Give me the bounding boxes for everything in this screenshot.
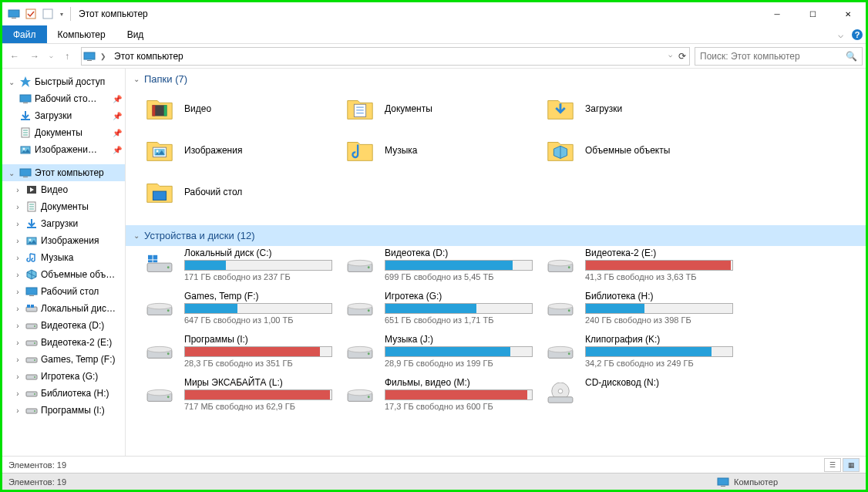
up-button[interactable]: ↑: [58, 47, 76, 66]
desktop-icon: [143, 175, 177, 209]
drive-free-text: 171 ГБ свободно из 237 ГБ: [184, 272, 332, 281]
navigation-tree[interactable]: ⌄ Быстрый доступ Рабочий сто…📌Загрузки📌Д…: [2, 69, 126, 456]
expand-icon[interactable]: ›: [13, 186, 22, 194]
expand-icon[interactable]: ⌄: [7, 169, 16, 177]
drive-item[interactable]: Программы (I:)28,3 ГБ свободно из 351 ГБ: [141, 332, 334, 369]
tree-qa-item[interactable]: Рабочий сто…📌: [2, 90, 125, 107]
folder-item[interactable]: Видео: [141, 89, 334, 128]
forward-button[interactable]: →: [25, 47, 44, 66]
group-header-drives[interactable]: ⌄ Устройства и диски (12): [126, 225, 866, 246]
expand-icon[interactable]: ›: [13, 271, 22, 279]
tree-pc-item[interactable]: ›Рабочий стол: [2, 283, 125, 300]
drive-item[interactable]: Видеотека (D:)699 ГБ свободно из 5,45 ТБ: [341, 246, 534, 283]
drive-item[interactable]: Музыка (J:)28,9 ГБ свободно из 199 ГБ: [341, 332, 534, 369]
tree-pc-item[interactable]: ›Видеотека (D:): [2, 317, 125, 334]
tree-qa-item[interactable]: Изображени…📌: [2, 141, 125, 158]
bottom-bar: Элементов: 19 Компьютер: [2, 473, 866, 490]
expand-icon[interactable]: ›: [13, 288, 22, 296]
drive-free-text: 699 ГБ свободно из 5,45 ТБ: [385, 272, 533, 281]
recent-dropdown[interactable]: ⌵: [45, 47, 56, 66]
expand-icon[interactable]: ›: [13, 406, 22, 415]
search-input[interactable]: [700, 51, 841, 62]
drive-item[interactable]: Локальный диск (C:)171 ГБ свободно из 23…: [141, 246, 334, 283]
svg-point-38: [34, 325, 35, 327]
folder-item[interactable]: Объемные объекты: [542, 131, 735, 170]
close-button[interactable]: ✕: [830, 2, 866, 25]
capacity-bar: [585, 346, 733, 357]
tree-pc-item[interactable]: ›Изображения: [2, 232, 125, 249]
folder-item[interactable]: Документы: [341, 89, 534, 128]
ribbon-tab-file[interactable]: Файл: [2, 25, 47, 43]
drive-item[interactable]: Фильмы, видео (M:)17,3 ГБ свободно из 60…: [341, 376, 534, 413]
tree-pc-item[interactable]: ›Games, Temp (F:): [2, 351, 125, 368]
ribbon-tab-computer[interactable]: Компьютер: [47, 25, 116, 43]
expand-icon[interactable]: ›: [13, 237, 22, 245]
search-icon[interactable]: 🔍: [846, 51, 857, 62]
new-folder-icon[interactable]: [41, 7, 55, 21]
group-header-folders[interactable]: ⌄ Папки (7): [126, 69, 866, 89]
tree-pc-item[interactable]: ›Видеотека-2 (E:): [2, 334, 125, 351]
expand-icon[interactable]: ›: [13, 254, 22, 262]
drive-item[interactable]: Видеотека-2 (E:)41,3 ГБ свободно из 3,63…: [542, 246, 735, 283]
tree-qa-item[interactable]: Загрузки📌: [2, 107, 125, 124]
tree-pc-item[interactable]: ›Игротека (G:): [2, 368, 125, 385]
minimize-button[interactable]: ─: [759, 2, 795, 25]
expand-icon[interactable]: ›: [13, 389, 22, 398]
folder-item[interactable]: Рабочий стол: [141, 173, 334, 211]
address-bar[interactable]: ❯ Этот компьютер ⌵ ⟳: [81, 47, 690, 66]
folder-item[interactable]: Изображения: [141, 131, 334, 170]
expand-icon[interactable]: ›: [13, 220, 22, 228]
tree-pc-item[interactable]: ›Объемные объ…: [2, 266, 125, 283]
help-icon[interactable]: ?: [849, 25, 866, 43]
drive-item[interactable]: Библиотека (H:)240 ГБ свободно из 398 ГБ: [542, 289, 735, 326]
properties-icon[interactable]: [24, 7, 38, 21]
search-box[interactable]: 🔍: [695, 47, 863, 66]
expand-icon[interactable]: ›: [13, 372, 22, 381]
tree-quick-access[interactable]: ⌄ Быстрый доступ: [2, 73, 125, 90]
view-tiles-button[interactable]: ▦: [843, 458, 860, 472]
tree-pc-item[interactable]: ›Локальный дис…: [2, 300, 125, 317]
refresh-button[interactable]: ⟳: [678, 51, 686, 62]
maximize-button[interactable]: ☐: [795, 2, 830, 25]
status-bar: Элементов: 19 ☰ ▦: [2, 456, 866, 473]
view-details-button[interactable]: ☰: [824, 458, 841, 472]
chevron-right-icon[interactable]: ❯: [100, 52, 106, 60]
ribbon-collapse-icon[interactable]: ⌵: [832, 25, 849, 43]
drive-icon: [543, 377, 577, 411]
tree-pc-item[interactable]: ›Видео: [2, 181, 125, 198]
tree-pc-item[interactable]: ›Документы: [2, 198, 125, 215]
expand-icon[interactable]: ›: [13, 356, 22, 364]
drive-item[interactable]: Games, Temp (F:)647 ГБ свободно из 1,00 …: [141, 289, 334, 326]
address-dropdown-icon[interactable]: ⌵: [668, 51, 672, 62]
expand-icon[interactable]: ›: [13, 339, 22, 347]
tree-pc-item[interactable]: ›Программы (I:): [2, 402, 125, 419]
content-pane[interactable]: ⌄ Папки (7) ВидеоДокументыЗагрузкиИзобра…: [126, 69, 866, 456]
drive-item[interactable]: CD-дисковод (N:): [542, 376, 735, 413]
drive-icon: [543, 248, 577, 281]
folder-item[interactable]: Музыка: [341, 131, 534, 170]
tree-this-pc[interactable]: ⌄ Этот компьютер: [2, 164, 125, 181]
drive-item[interactable]: Игротека (G:)651 ГБ свободно из 1,71 ТБ: [341, 289, 534, 326]
tree-pc-item[interactable]: ›Загрузки: [2, 215, 125, 232]
breadcrumb[interactable]: Этот компьютер: [111, 51, 187, 62]
drive-icon: [543, 334, 577, 368]
expand-icon[interactable]: ›: [13, 322, 22, 330]
qat-dropdown-icon[interactable]: ▾: [58, 7, 66, 21]
expand-icon[interactable]: ›: [13, 203, 22, 211]
folder-item[interactable]: Загрузки: [542, 89, 735, 128]
drive-label: Музыка (J:): [385, 334, 533, 345]
expand-icon[interactable]: ⌄: [7, 78, 16, 86]
expand-icon[interactable]: ›: [13, 305, 22, 313]
tree-qa-item[interactable]: Документы📌: [2, 124, 125, 141]
tree-pc-item[interactable]: ›Музыка: [2, 249, 125, 266]
svg-rect-67: [153, 260, 158, 262]
back-button[interactable]: ←: [5, 47, 24, 66]
svg-point-76: [147, 303, 172, 309]
chevron-down-icon[interactable]: ⌄: [133, 231, 140, 240]
chevron-down-icon[interactable]: ⌄: [133, 75, 140, 83]
tree-label: Рабочий стол: [41, 286, 99, 297]
drive-item[interactable]: Миры ЭКСАБАЙТА (L:)717 МБ свободно из 62…: [141, 376, 334, 413]
drive-item[interactable]: Клипография (K:)34,2 ГБ свободно из 249 …: [542, 332, 735, 369]
ribbon-tab-view[interactable]: Вид: [116, 25, 155, 43]
tree-pc-item[interactable]: ›Библиотека (H:): [2, 385, 125, 402]
